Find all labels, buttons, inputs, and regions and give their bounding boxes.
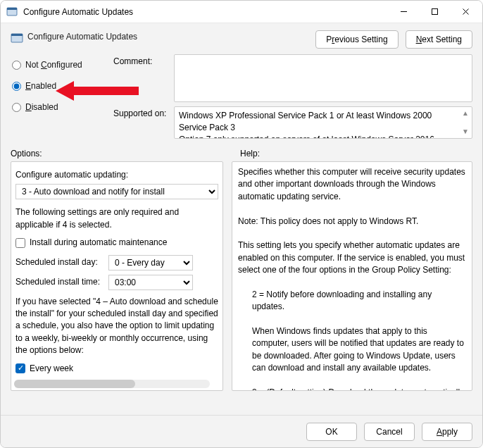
radio-disabled-input[interactable]: [12, 103, 21, 112]
minimize-button[interactable]: [388, 1, 419, 23]
dialog-footer: OK Cancel Apply: [1, 415, 482, 447]
policy-icon: [11, 32, 23, 44]
install-maintenance-checkbox[interactable]: Install during automatic maintenance: [15, 237, 218, 249]
options-pane: Configure automatic updating: 3 - Auto d…: [11, 161, 223, 391]
configure-updating-label: Configure automatic updating:: [15, 169, 218, 181]
close-button[interactable]: [450, 1, 481, 23]
install-day-label: Scheduled install day:: [15, 256, 103, 268]
help-label: Help:: [240, 149, 260, 158]
title-bar: Configure Automatic Updates: [1, 1, 482, 23]
page-title: Configure Automatic Updates: [27, 30, 315, 42]
install-maintenance-input[interactable]: [15, 238, 25, 248]
scroll-up-icon[interactable]: ▲: [460, 108, 470, 118]
install-day-select[interactable]: 0 - Every day: [108, 255, 193, 270]
window-title: Configure Automatic Updates: [23, 7, 388, 17]
radio-enabled[interactable]: Enabled: [11, 75, 113, 97]
options-label: Options:: [11, 149, 240, 158]
apply-button[interactable]: Apply: [422, 423, 472, 441]
previous-setting-button[interactable]: Previous Setting: [315, 30, 398, 49]
every-week-checkbox[interactable]: ✓ Every week: [15, 363, 218, 375]
help-pane: Specifies whether this computer will rec…: [232, 161, 472, 391]
install-time-label: Scheduled install time:: [15, 276, 103, 288]
help-text: Specifies whether this computer will rec…: [238, 166, 466, 390]
supported-on-label: Supported on:: [113, 106, 174, 118]
radio-enabled-input[interactable]: [12, 82, 21, 91]
ok-button[interactable]: OK: [306, 423, 357, 441]
radio-disabled[interactable]: Disabled: [11, 97, 113, 118]
every-week-input[interactable]: ✓: [15, 363, 25, 373]
app-icon: [6, 6, 18, 18]
options-horizontal-scrollbar[interactable]: [14, 380, 210, 388]
scroll-down-icon[interactable]: ▼: [460, 127, 470, 137]
comment-textarea[interactable]: [174, 54, 472, 102]
svg-rect-7: [11, 34, 23, 36]
radio-not-configured-input[interactable]: [12, 61, 21, 70]
svg-rect-3: [432, 9, 437, 15]
options-paragraph: If you have selected "4 – Auto download …: [15, 296, 218, 357]
next-setting-button[interactable]: Next Setting: [406, 30, 472, 49]
maximize-button[interactable]: [419, 1, 450, 23]
comment-label: Comment:: [113, 54, 174, 66]
install-time-select[interactable]: 03:00: [108, 275, 193, 290]
svg-rect-1: [7, 8, 17, 10]
options-note: The following settings are only required…: [15, 206, 218, 231]
radio-not-configured[interactable]: Not Configured: [11, 54, 113, 75]
supported-on-text: Windows XP Professional Service Pack 1 o…: [174, 106, 472, 139]
cancel-button[interactable]: Cancel: [364, 423, 415, 441]
configure-updating-select[interactable]: 3 - Auto download and notify for install: [15, 184, 218, 199]
